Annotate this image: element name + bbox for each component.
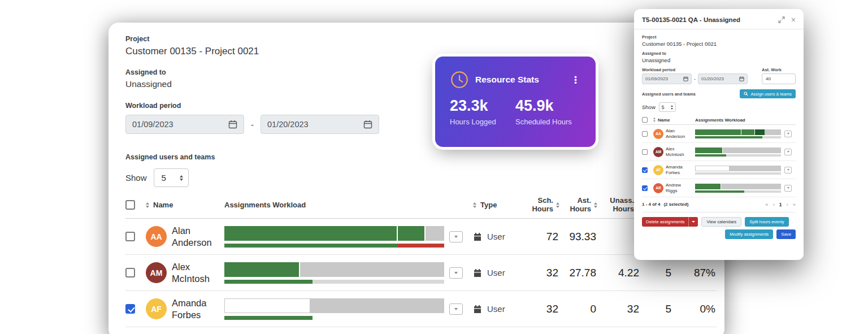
modal-workload-period-label: Workload period	[642, 67, 748, 72]
table-header: Name Assignments Workload Type Sch.Hours…	[125, 192, 717, 219]
last-page-button[interactable]: »	[793, 201, 796, 207]
modal-assigned-to-value: Unassigned	[642, 57, 796, 63]
user-name: AlanAnderson	[666, 128, 695, 140]
modal-table-header: Name Assignments Workload	[642, 115, 796, 125]
modal-table-row: AA AlanAnderson	[642, 125, 796, 143]
workload-bar	[224, 298, 446, 320]
row-checkbox[interactable]	[642, 185, 648, 191]
user-name: Amanda Forbes	[172, 297, 206, 320]
show-value: 5	[162, 173, 166, 183]
sort-icon[interactable]	[653, 118, 656, 122]
row-checkbox[interactable]	[642, 131, 648, 137]
modify-assignments-button[interactable]: Modify assignments	[725, 229, 773, 239]
user-calendar-icon	[473, 268, 482, 277]
modal-show-select[interactable]: 5	[659, 102, 676, 112]
date-from-input[interactable]: 01/09/2023	[125, 115, 244, 134]
stats-card-title: Resource Stats	[475, 75, 539, 85]
workload-bar	[695, 129, 784, 138]
col6-value: 0%	[672, 303, 717, 315]
avatar: AA	[146, 226, 167, 247]
user-calendar-icon	[473, 232, 482, 241]
col6-value: 87%	[672, 267, 717, 279]
project-value: Customer 00135 - Project 0021	[125, 46, 717, 57]
modal-date-to-input[interactable]: 01/20/2023	[698, 73, 748, 84]
assigned-to-value: Unassigned	[125, 79, 717, 89]
select-caret-icon	[180, 175, 183, 181]
unass-hours-value: 4.22	[597, 267, 640, 279]
row-checkbox[interactable]	[642, 149, 648, 155]
avatar: AM	[653, 147, 663, 157]
user-calendar-icon	[473, 305, 482, 314]
sch-hours-value: 72	[517, 231, 559, 243]
workload-expand-button[interactable]	[449, 231, 463, 242]
row-checkbox[interactable]	[125, 268, 135, 277]
current-page[interactable]: 1	[779, 202, 782, 207]
show-label: Show	[125, 173, 147, 183]
project-label: Project	[125, 35, 717, 43]
delete-assignments-button[interactable]: Delete assignments	[642, 217, 698, 227]
workload-expand-button[interactable]	[784, 185, 792, 192]
pagination-range: 1 - 4 of 4	[642, 202, 660, 207]
calendar-icon	[739, 76, 744, 81]
ast-work-label: Ast. Work	[762, 67, 796, 72]
sort-icon[interactable]	[146, 202, 149, 208]
user-name: AlexMcIntosh	[666, 146, 695, 158]
modal-show-label: Show	[642, 104, 656, 110]
modal-footer: Delete assignments View calendars Split …	[642, 212, 796, 239]
avatar: AR	[653, 183, 663, 193]
expand-icon[interactable]	[778, 16, 785, 23]
show-select[interactable]: 5	[154, 168, 189, 187]
hours-logged-stat: 23.3k Hours Logged	[450, 97, 515, 126]
col5-value: 5	[640, 267, 672, 279]
date-to-input[interactable]: 01/20/2023	[261, 115, 379, 134]
ast-hours-value: 0	[559, 303, 597, 315]
modal-project-value: Customer 00135 - Project 0021	[642, 41, 796, 47]
workload-expand-button[interactable]	[784, 131, 792, 137]
calendar-icon	[683, 76, 688, 81]
split-hours-button[interactable]: Split hours evenly	[745, 217, 789, 227]
workload-bar	[224, 226, 446, 248]
workload-bar	[695, 166, 784, 175]
select-all-checkbox[interactable]	[125, 200, 135, 210]
first-page-button[interactable]: «	[765, 201, 768, 207]
view-calendars-button[interactable]: View calendars	[701, 217, 741, 227]
modal-table-row: AR AndrewRiggs	[642, 179, 796, 197]
resource-stats-card: Resource Stats ⋮ 23.3k Hours Logged 45.9…	[435, 57, 596, 147]
date-to-value: 01/20/2023	[267, 120, 309, 129]
save-button[interactable]: Save	[776, 229, 796, 239]
assign-users-button[interactable]: Assign users & teams	[740, 89, 796, 98]
user-name: AndrewRiggs	[666, 183, 695, 194]
row-checkbox[interactable]	[125, 304, 135, 314]
row-type: User	[487, 232, 505, 241]
modal-date-from-input[interactable]: 01/09/2023	[642, 73, 692, 84]
workload-expand-button[interactable]	[784, 149, 792, 155]
card-menu-icon[interactable]: ⋮	[571, 74, 581, 86]
table-row: AA Alan Anderson User 72 93.33	[125, 219, 717, 255]
close-icon[interactable]: ×	[791, 16, 796, 24]
select-caret-icon	[671, 105, 673, 110]
modal-assigned-users-label: Assigned users and teams	[642, 92, 696, 97]
row-checkbox[interactable]	[642, 167, 648, 173]
user-name: Alan Anderson	[172, 225, 212, 248]
hours-logged-label: Hours Logged	[450, 118, 515, 126]
workload-expand-button[interactable]	[449, 267, 463, 279]
assigned-to-label: Assigned to	[125, 68, 717, 76]
avatar: AM	[146, 262, 167, 283]
sort-icon[interactable]	[473, 202, 476, 208]
prev-page-button[interactable]: ‹	[773, 201, 775, 207]
workload-expand-button[interactable]	[784, 167, 792, 173]
next-page-button[interactable]: ›	[787, 201, 788, 207]
main-panel: Project Customer 00135 - Project 0021 As…	[108, 23, 724, 334]
col5-value: 5	[640, 303, 672, 315]
row-checkbox[interactable]	[125, 232, 135, 241]
sch-hours-value: 32	[517, 303, 559, 315]
workload-expand-button[interactable]	[449, 303, 463, 315]
user-name: Alex McIntosh	[172, 261, 210, 284]
modal-select-all-checkbox[interactable]	[642, 117, 648, 123]
delete-dropdown-caret[interactable]	[688, 217, 698, 227]
ast-work-input[interactable]: 40	[762, 73, 796, 84]
scheduled-hours-value: 45.9k	[515, 97, 581, 115]
assignment-modal: T5-00135-0021 QA - Unassigned × Project …	[634, 9, 804, 260]
table-row: AM Alex McIntosh User 32 27.78 4.22 5 87…	[125, 255, 717, 291]
row-type: User	[487, 268, 505, 277]
